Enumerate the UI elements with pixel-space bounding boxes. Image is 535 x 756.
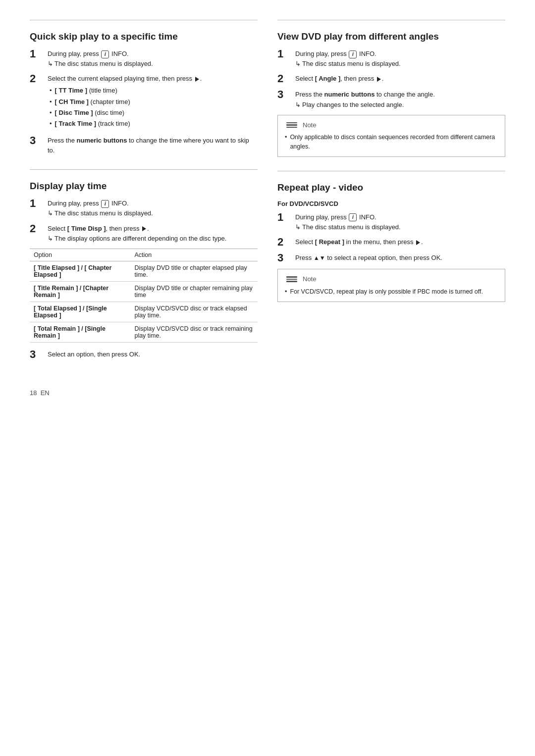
step-2-view: 2 Select [ Angle ], then press . (277, 74, 505, 85)
note-box-view: Note Only applicable to discs contain se… (277, 115, 505, 157)
step-r2-period: . (421, 238, 423, 246)
table-row: [ Title Remain ] / [Chapter Remain ] Dis… (30, 281, 258, 302)
step-2-content: Select the current elapsed playing time,… (48, 74, 258, 131)
step-v2-content: Select [ Angle ], then press . (295, 74, 505, 84)
step-1-sub: ↳The disc status menu is displayed. (48, 59, 258, 69)
option-total-elapsed: [ Total Elapsed ] / [Single Elapsed ] (30, 302, 130, 322)
table-row: [ Total Elapsed ] / [Single Elapsed ] Di… (30, 302, 258, 322)
step-d2-text: Select [ Time Disp ], then press (48, 225, 141, 232)
step-r3-content: Press ▲▼ to select a repeat option, then… (295, 253, 505, 263)
step-v3-sub: ↳Play changes to the selected angle. (295, 100, 505, 110)
note-box-repeat: Note For VCD/SVCD, repeat play is only p… (277, 269, 505, 302)
bullet-track-time-text: [ Track Time ] (track time) (55, 119, 130, 129)
step-d1-text: During play, press (48, 200, 101, 207)
step-1-display: 1 During play, press i INFO. ↳The disc s… (30, 199, 258, 218)
step-2-display: 2 Select [ Time Disp ], then press . ↳Th… (30, 224, 258, 244)
step-3-text: Press the numeric buttons to change the … (48, 137, 249, 154)
step-d3-text: Select an option, then press OK. (48, 351, 140, 358)
step-d1-sub: ↳The disc status menu is displayed. (48, 208, 258, 218)
option-total-remain: [ Total Remain ] / [Single Remain ] (30, 322, 130, 342)
step-d1-text2: INFO. (109, 200, 128, 207)
option-table: Option Action [ Title Elapsed ] / [ Chap… (30, 249, 258, 343)
note-line-3 (286, 127, 297, 128)
step-v2-text: Select [ Angle ], then press (295, 75, 376, 82)
table-header-action: Action (130, 249, 258, 261)
step-2-repeat: 2 Select [ Repeat ] in the menu, then pr… (277, 237, 505, 248)
bullet-disc-time: [ Disc Time ] (disc time) (50, 108, 258, 118)
note-icon-repeat (285, 275, 299, 284)
note-icon-view (285, 121, 299, 130)
play-icon-1 (195, 77, 199, 82)
repeat-play-title: Repeat play - video (277, 182, 505, 193)
play-icon-d2 (142, 226, 146, 231)
step-1-text2: INFO. (109, 50, 128, 57)
page-number: 18 (30, 389, 37, 397)
step-num-v2: 2 (277, 73, 291, 85)
bullet-ch-time: [ CH Time ] (chapter time) (50, 97, 258, 107)
play-icon-v2 (377, 77, 381, 82)
step-2-quick: 2 Select the current elapsed playing tim… (30, 74, 258, 131)
display-play-title: Display play time (30, 181, 258, 192)
info-icon-d1: i (101, 200, 109, 208)
step-1-text: During play, press (48, 50, 101, 57)
note-content-view: Only applicable to discs contain sequenc… (290, 133, 498, 151)
table-header-option: Option (30, 249, 130, 261)
step-3-display: 3 Select an option, then press OK. (30, 350, 258, 360)
step-v3-content: Press the numeric buttons to change the … (295, 90, 505, 109)
table-row: [ Title Elapsed ] / [ Chapter Elapsed ] … (30, 261, 258, 281)
step-num-d3: 3 (30, 349, 44, 360)
option-title-elapsed: [ Title Elapsed ] / [ Chapter Elapsed ] (30, 261, 130, 281)
step-num-d2: 2 (30, 223, 44, 235)
page-footer: 18 EN (30, 389, 505, 397)
step-r1-text: During play, press (295, 213, 348, 221)
step-v2-period: . (382, 75, 384, 82)
step-1-content: During play, press i INFO. ↳The disc sta… (48, 49, 258, 69)
note-label-view: Note (303, 120, 316, 130)
step-num-r2: 2 (277, 236, 291, 248)
step-d1-content: During play, press i INFO. ↳The disc sta… (48, 199, 258, 218)
step-v3-text: Press the numeric buttons to change the … (295, 91, 435, 98)
play-icon-r2 (416, 240, 420, 245)
step-r2-text: Select [ Repeat ] in the menu, then pres… (295, 238, 415, 246)
step-v1-text2: INFO. (357, 50, 376, 57)
option-title-remain: [ Title Remain ] / [Chapter Remain ] (30, 281, 130, 302)
for-dvd-label: For DVD/VCD/SVCD (277, 200, 505, 207)
step-2-text2: . (200, 75, 202, 82)
step-3-quick: 3 Press the numeric buttons to change th… (30, 136, 258, 155)
note-line-r3 (286, 281, 297, 282)
right-column: View DVD play from different angles 1 Du… (277, 20, 505, 374)
step-2-text: Select the current elapsed playing time,… (48, 75, 194, 82)
note-lines-repeat (286, 276, 297, 282)
step-1-repeat: 1 During play, press i INFO. ↳The disc s… (277, 212, 505, 232)
bullet-tt-time: [ TT Time ] (title time) (50, 86, 258, 96)
step-d2-text2: . (147, 225, 149, 232)
page-lang: EN (41, 389, 50, 397)
step-r1-text2: INFO. (357, 213, 376, 221)
step-r1-content: During play, press i INFO. ↳The disc sta… (295, 212, 505, 232)
step-num-v1: 1 (277, 48, 291, 60)
note-text-repeat: For VCD/SVCD, repeat play is only possib… (285, 287, 498, 297)
action-title-elapsed: Display DVD title or chapter elapsed pla… (130, 261, 258, 281)
info-icon-r1: i (349, 213, 357, 221)
note-line-2 (286, 124, 297, 126)
bullet-tt-time-text: [ TT Time ] (title time) (55, 86, 117, 96)
step-d3-content: Select an option, then press OK. (48, 350, 258, 359)
quick-skip-title: Quick skip play to a specific time (30, 31, 258, 42)
note-label-repeat: Note (303, 274, 316, 284)
note-line-1 (286, 122, 297, 124)
repeat-play-section: Repeat play - video For DVD/VCD/SVCD 1 D… (277, 171, 505, 302)
info-icon-1: i (101, 50, 109, 58)
note-lines-view (286, 122, 297, 128)
step-v1-text: During play, press (295, 50, 348, 57)
bullet-disc-time-text: [ Disc Time ] (disc time) (55, 108, 125, 118)
step-r2-content: Select [ Repeat ] in the menu, then pres… (295, 237, 505, 247)
view-dvd-title: View DVD play from different angles (277, 31, 505, 42)
step-3-repeat: 3 Press ▲▼ to select a repeat option, th… (277, 253, 505, 264)
display-play-section: Display play time 1 During play, press i… (30, 169, 258, 360)
table-row: [ Total Remain ] / [Single Remain ] Disp… (30, 322, 258, 342)
step-num-1: 1 (30, 48, 44, 60)
step-2-bullets: [ TT Time ] (title time) [ CH Time ] (ch… (50, 86, 258, 129)
action-title-remain: Display DVD title or chapter remaining p… (130, 281, 258, 302)
action-total-remain: Display VCD/SVCD disc or track remaining… (130, 322, 258, 342)
step-num-2: 2 (30, 73, 44, 85)
